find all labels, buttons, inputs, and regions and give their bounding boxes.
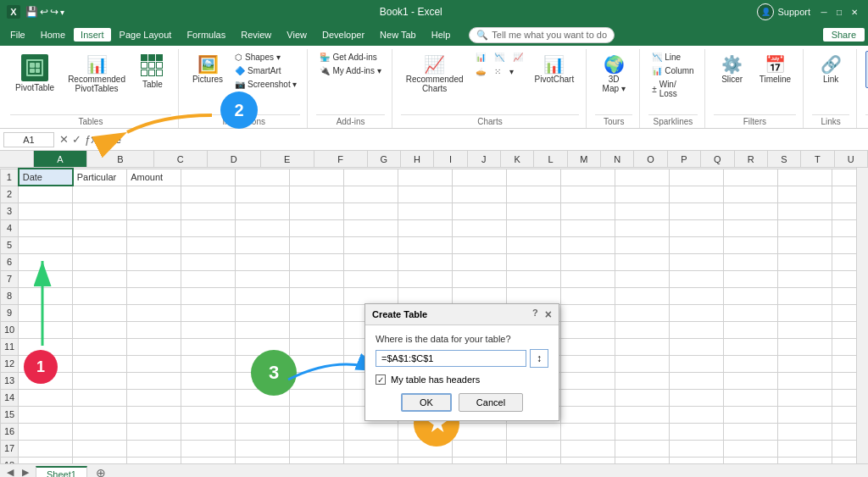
grid-cell[interactable] xyxy=(344,186,398,202)
horizontal-scrollbar[interactable] xyxy=(452,467,868,478)
row-number[interactable]: 1 xyxy=(1,169,19,186)
grid-cell[interactable] xyxy=(670,219,724,236)
grid-cell[interactable] xyxy=(724,440,778,457)
menu-view[interactable]: View xyxy=(280,28,314,42)
grid-cell[interactable] xyxy=(344,219,398,236)
grid-cell[interactable] xyxy=(778,270,832,287)
insert-function-icon[interactable]: ƒx xyxy=(85,133,97,146)
grid-cell[interactable] xyxy=(724,406,778,423)
dialog-collapse-button[interactable]: ↕ xyxy=(530,349,548,368)
grid-cell[interactable] xyxy=(832,406,856,423)
grid-cell[interactable] xyxy=(670,169,724,186)
menu-page-layout[interactable]: Page Layout xyxy=(113,28,179,42)
row-number[interactable]: 9 xyxy=(1,304,19,321)
grid-cell[interactable] xyxy=(561,406,615,423)
grid-cell[interactable] xyxy=(724,423,778,440)
menu-home[interactable]: Home xyxy=(34,28,72,42)
grid-cell[interactable] xyxy=(181,457,236,463)
grid-cell[interactable] xyxy=(19,202,73,219)
grid-cell[interactable] xyxy=(615,287,670,304)
grid-cell[interactable] xyxy=(832,186,856,202)
grid-cell[interactable] xyxy=(507,440,561,457)
grid-cell[interactable] xyxy=(670,406,724,423)
grid-cell[interactable] xyxy=(181,423,236,440)
grid-cell[interactable] xyxy=(561,389,615,406)
grid-cell[interactable] xyxy=(670,389,724,406)
grid-cell[interactable] xyxy=(561,372,615,389)
col-header-a[interactable]: A xyxy=(34,151,87,167)
grid-cell[interactable] xyxy=(724,457,778,463)
grid-cell[interactable] xyxy=(290,372,344,389)
grid-cell[interactable] xyxy=(290,406,344,423)
grid-cell[interactable] xyxy=(236,169,290,186)
grid-cell[interactable] xyxy=(236,202,290,219)
row-number[interactable]: 11 xyxy=(1,338,19,355)
grid-cell[interactable] xyxy=(398,287,453,304)
grid-cell[interactable] xyxy=(453,236,507,253)
grid-cell[interactable] xyxy=(127,236,181,253)
dialog-cancel-button[interactable]: Cancel xyxy=(459,393,523,412)
grid-cell[interactable] xyxy=(73,338,127,355)
grid-cell[interactable] xyxy=(127,304,181,321)
col-header-e[interactable]: E xyxy=(261,151,314,167)
close-button[interactable]: ✕ xyxy=(848,5,861,19)
grid-cell[interactable] xyxy=(832,270,856,287)
menu-help[interactable]: Help xyxy=(425,28,458,42)
grid-cell[interactable] xyxy=(73,372,127,389)
grid-cell[interactable] xyxy=(181,304,236,321)
grid-cell[interactable] xyxy=(615,169,670,186)
user-avatar[interactable]: 👤 xyxy=(757,3,774,20)
sheet-scroll-left[interactable]: ◀ xyxy=(3,465,17,477)
grid-cell[interactable] xyxy=(73,287,127,304)
sparkline-column-button[interactable]: 📊 Column xyxy=(648,64,697,77)
grid-cell[interactable] xyxy=(832,372,856,389)
grid-cell[interactable] xyxy=(670,270,724,287)
row-number[interactable]: 18 xyxy=(1,457,19,463)
grid-cell[interactable] xyxy=(290,270,344,287)
grid-cell[interactable] xyxy=(127,440,181,457)
grid-cell[interactable] xyxy=(615,423,670,440)
share-button[interactable]: Share xyxy=(823,28,865,42)
grid-cell[interactable] xyxy=(236,355,290,372)
grid-cell[interactable] xyxy=(561,253,615,270)
grid-cell[interactable] xyxy=(181,355,236,372)
row-number[interactable]: 12 xyxy=(1,355,19,372)
grid-cell[interactable] xyxy=(778,338,832,355)
col-header-s[interactable]: S xyxy=(768,151,801,167)
grid-cell[interactable] xyxy=(236,440,290,457)
grid-cell[interactable] xyxy=(561,236,615,253)
grid-cell[interactable] xyxy=(19,236,73,253)
grid-cell[interactable] xyxy=(236,338,290,355)
grid-cell[interactable] xyxy=(290,186,344,202)
grid-cell[interactable] xyxy=(724,338,778,355)
grid-cell[interactable] xyxy=(507,202,561,219)
cancel-formula-icon[interactable]: ✕ xyxy=(59,133,69,146)
grid-cell[interactable] xyxy=(724,389,778,406)
get-addins-button[interactable]: 🏪 Get Add-ins xyxy=(316,51,384,64)
grid-cell[interactable] xyxy=(181,253,236,270)
grid-cell[interactable] xyxy=(290,304,344,321)
grid-cell[interactable] xyxy=(236,389,290,406)
grid-cell[interactable] xyxy=(561,270,615,287)
grid-cell[interactable] xyxy=(181,169,236,186)
grid-cell[interactable] xyxy=(236,304,290,321)
grid-cell[interactable] xyxy=(398,186,453,202)
grid-cell[interactable] xyxy=(19,304,73,321)
grid-cell[interactable] xyxy=(724,355,778,372)
grid-cell[interactable] xyxy=(127,457,181,463)
formula-input[interactable] xyxy=(102,135,865,145)
more-charts-button[interactable]: ▾ xyxy=(506,65,517,78)
grid-cell[interactable] xyxy=(344,202,398,219)
row-number[interactable]: 8 xyxy=(1,287,19,304)
grid-cell[interactable] xyxy=(127,219,181,236)
name-box[interactable] xyxy=(3,132,54,147)
menu-review[interactable]: Review xyxy=(234,28,278,42)
grid-cell[interactable] xyxy=(344,287,398,304)
grid-cell[interactable] xyxy=(19,270,73,287)
col-header-m[interactable]: M xyxy=(568,151,601,167)
grid-cell[interactable] xyxy=(507,169,561,186)
col-header-i[interactable]: I xyxy=(434,151,467,167)
grid-cell[interactable] xyxy=(344,457,398,463)
grid-cell[interactable] xyxy=(398,423,453,440)
grid-cell[interactable] xyxy=(778,253,832,270)
